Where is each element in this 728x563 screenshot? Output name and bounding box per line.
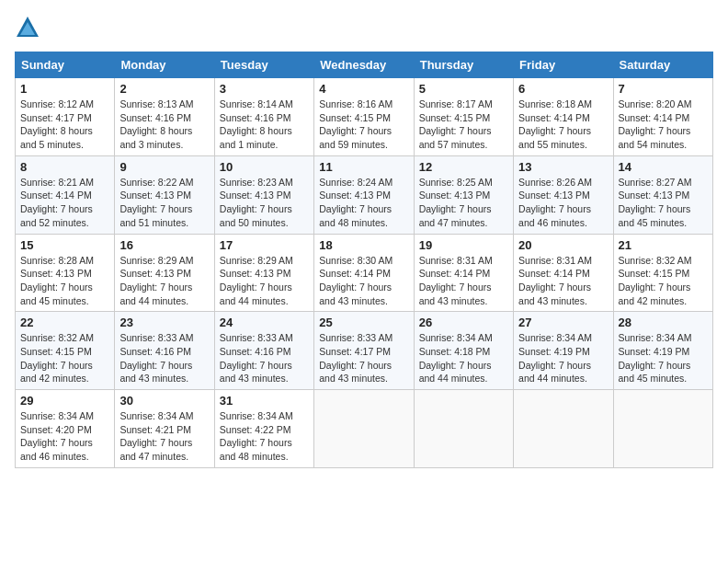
weekday-header-monday: Monday xyxy=(115,52,214,78)
calendar-table: SundayMondayTuesdayWednesdayThursdayFrid… xyxy=(15,52,713,468)
day-number: 28 xyxy=(619,316,708,329)
weekday-header-thursday: Thursday xyxy=(414,52,513,78)
day-number: 3 xyxy=(220,82,309,96)
day-info: Sunrise: 8:26 AM Sunset: 4:13 PM Dayligh… xyxy=(518,176,608,230)
day-info: Sunrise: 8:31 AM Sunset: 4:14 PM Dayligh… xyxy=(419,254,508,308)
calendar-cell: 1Sunrise: 8:12 AM Sunset: 4:17 PM Daylig… xyxy=(16,78,115,156)
calendar-cell: 28Sunrise: 8:34 AM Sunset: 4:19 PM Dayli… xyxy=(613,312,712,390)
day-number: 7 xyxy=(619,82,708,96)
calendar-cell: 16Sunrise: 8:29 AM Sunset: 4:13 PM Dayli… xyxy=(115,234,214,312)
logo-icon xyxy=(15,15,40,40)
day-number: 22 xyxy=(20,316,109,329)
day-info: Sunrise: 8:34 AM Sunset: 4:21 PM Dayligh… xyxy=(119,409,209,464)
day-info: Sunrise: 8:18 AM Sunset: 4:14 PM Dayligh… xyxy=(518,98,608,152)
weekday-header-saturday: Saturday xyxy=(613,52,712,78)
weekday-header-tuesday: Tuesday xyxy=(214,52,313,78)
calendar-cell: 31Sunrise: 8:34 AM Sunset: 4:22 PM Dayli… xyxy=(214,390,313,468)
day-info: Sunrise: 8:20 AM Sunset: 4:14 PM Dayligh… xyxy=(619,98,708,152)
page-header xyxy=(15,15,713,40)
calendar-cell: 4Sunrise: 8:16 AM Sunset: 4:15 PM Daylig… xyxy=(314,78,414,156)
day-info: Sunrise: 8:31 AM Sunset: 4:14 PM Dayligh… xyxy=(518,254,608,308)
day-number: 5 xyxy=(419,82,508,96)
day-info: Sunrise: 8:23 AM Sunset: 4:13 PM Dayligh… xyxy=(220,176,309,230)
calendar-cell: 23Sunrise: 8:33 AM Sunset: 4:16 PM Dayli… xyxy=(115,312,214,390)
day-info: Sunrise: 8:13 AM Sunset: 4:16 PM Dayligh… xyxy=(119,98,209,152)
day-number: 30 xyxy=(119,394,209,408)
calendar-cell: 14Sunrise: 8:27 AM Sunset: 4:13 PM Dayli… xyxy=(613,155,712,234)
day-number: 21 xyxy=(619,238,708,252)
day-info: Sunrise: 8:34 AM Sunset: 4:19 PM Dayligh… xyxy=(619,331,708,385)
day-info: Sunrise: 8:21 AM Sunset: 4:14 PM Dayligh… xyxy=(20,176,109,230)
calendar-cell: 17Sunrise: 8:29 AM Sunset: 4:13 PM Dayli… xyxy=(214,234,313,312)
day-number: 10 xyxy=(220,160,309,174)
day-number: 8 xyxy=(20,160,109,174)
day-info: Sunrise: 8:24 AM Sunset: 4:13 PM Dayligh… xyxy=(319,176,408,230)
weekday-header-friday: Friday xyxy=(514,52,613,78)
calendar-cell: 21Sunrise: 8:32 AM Sunset: 4:15 PM Dayli… xyxy=(613,234,712,312)
calendar-cell: 29Sunrise: 8:34 AM Sunset: 4:20 PM Dayli… xyxy=(16,390,115,468)
calendar-cell: 3Sunrise: 8:14 AM Sunset: 4:16 PM Daylig… xyxy=(214,78,313,156)
calendar-cell: 26Sunrise: 8:34 AM Sunset: 4:18 PM Dayli… xyxy=(414,312,513,390)
day-info: Sunrise: 8:22 AM Sunset: 4:13 PM Dayligh… xyxy=(119,176,209,230)
logo xyxy=(15,15,44,40)
day-info: Sunrise: 8:28 AM Sunset: 4:13 PM Dayligh… xyxy=(20,254,109,308)
day-info: Sunrise: 8:17 AM Sunset: 4:15 PM Dayligh… xyxy=(419,98,508,152)
calendar-cell: 13Sunrise: 8:26 AM Sunset: 4:13 PM Dayli… xyxy=(514,155,613,234)
calendar-cell: 12Sunrise: 8:25 AM Sunset: 4:13 PM Dayli… xyxy=(414,155,513,234)
calendar-cell: 25Sunrise: 8:33 AM Sunset: 4:17 PM Dayli… xyxy=(314,312,414,390)
day-number: 23 xyxy=(119,316,209,329)
calendar-cell: 5Sunrise: 8:17 AM Sunset: 4:15 PM Daylig… xyxy=(414,78,513,156)
day-info: Sunrise: 8:27 AM Sunset: 4:13 PM Dayligh… xyxy=(619,176,708,230)
day-number: 19 xyxy=(419,238,508,252)
calendar-cell xyxy=(314,390,414,468)
day-number: 29 xyxy=(20,394,109,408)
day-info: Sunrise: 8:29 AM Sunset: 4:13 PM Dayligh… xyxy=(119,254,209,308)
calendar-cell: 9Sunrise: 8:22 AM Sunset: 4:13 PM Daylig… xyxy=(115,155,214,234)
calendar-cell: 2Sunrise: 8:13 AM Sunset: 4:16 PM Daylig… xyxy=(115,78,214,156)
day-number: 20 xyxy=(518,238,608,252)
calendar-cell: 6Sunrise: 8:18 AM Sunset: 4:14 PM Daylig… xyxy=(514,78,613,156)
weekday-header-sunday: Sunday xyxy=(16,52,115,78)
day-info: Sunrise: 8:12 AM Sunset: 4:17 PM Dayligh… xyxy=(20,98,109,152)
day-info: Sunrise: 8:30 AM Sunset: 4:14 PM Dayligh… xyxy=(319,254,408,308)
day-info: Sunrise: 8:29 AM Sunset: 4:13 PM Dayligh… xyxy=(220,254,309,308)
day-info: Sunrise: 8:34 AM Sunset: 4:18 PM Dayligh… xyxy=(419,331,508,385)
day-info: Sunrise: 8:33 AM Sunset: 4:17 PM Dayligh… xyxy=(319,331,408,385)
day-info: Sunrise: 8:33 AM Sunset: 4:16 PM Dayligh… xyxy=(119,331,209,385)
weekday-header-wednesday: Wednesday xyxy=(314,52,414,78)
calendar-cell xyxy=(613,390,712,468)
day-info: Sunrise: 8:34 AM Sunset: 4:19 PM Dayligh… xyxy=(518,331,608,385)
calendar-cell: 22Sunrise: 8:32 AM Sunset: 4:15 PM Dayli… xyxy=(16,312,115,390)
day-info: Sunrise: 8:25 AM Sunset: 4:13 PM Dayligh… xyxy=(419,176,508,230)
day-number: 24 xyxy=(220,316,309,329)
day-number: 6 xyxy=(518,82,608,96)
day-info: Sunrise: 8:33 AM Sunset: 4:16 PM Dayligh… xyxy=(220,331,309,385)
calendar-cell: 20Sunrise: 8:31 AM Sunset: 4:14 PM Dayli… xyxy=(514,234,613,312)
day-info: Sunrise: 8:14 AM Sunset: 4:16 PM Dayligh… xyxy=(220,98,309,152)
day-info: Sunrise: 8:32 AM Sunset: 4:15 PM Dayligh… xyxy=(619,254,708,308)
day-number: 16 xyxy=(119,238,209,252)
day-number: 4 xyxy=(319,82,408,96)
day-number: 11 xyxy=(319,160,408,174)
day-info: Sunrise: 8:34 AM Sunset: 4:22 PM Dayligh… xyxy=(220,409,309,464)
calendar-cell: 8Sunrise: 8:21 AM Sunset: 4:14 PM Daylig… xyxy=(16,155,115,234)
calendar-cell xyxy=(514,390,613,468)
day-number: 25 xyxy=(319,316,408,329)
day-number: 12 xyxy=(419,160,508,174)
day-number: 14 xyxy=(619,160,708,174)
day-number: 18 xyxy=(319,238,408,252)
day-number: 2 xyxy=(119,82,209,96)
day-info: Sunrise: 8:32 AM Sunset: 4:15 PM Dayligh… xyxy=(20,331,109,385)
calendar-cell: 18Sunrise: 8:30 AM Sunset: 4:14 PM Dayli… xyxy=(314,234,414,312)
day-number: 31 xyxy=(220,394,309,408)
calendar-cell: 7Sunrise: 8:20 AM Sunset: 4:14 PM Daylig… xyxy=(613,78,712,156)
day-number: 27 xyxy=(518,316,608,329)
day-info: Sunrise: 8:34 AM Sunset: 4:20 PM Dayligh… xyxy=(20,409,109,464)
calendar-cell: 30Sunrise: 8:34 AM Sunset: 4:21 PM Dayli… xyxy=(115,390,214,468)
calendar-cell: 10Sunrise: 8:23 AM Sunset: 4:13 PM Dayli… xyxy=(214,155,313,234)
day-number: 13 xyxy=(518,160,608,174)
calendar-cell: 19Sunrise: 8:31 AM Sunset: 4:14 PM Dayli… xyxy=(414,234,513,312)
calendar-cell xyxy=(414,390,513,468)
calendar-cell: 15Sunrise: 8:28 AM Sunset: 4:13 PM Dayli… xyxy=(16,234,115,312)
day-info: Sunrise: 8:16 AM Sunset: 4:15 PM Dayligh… xyxy=(319,98,408,152)
